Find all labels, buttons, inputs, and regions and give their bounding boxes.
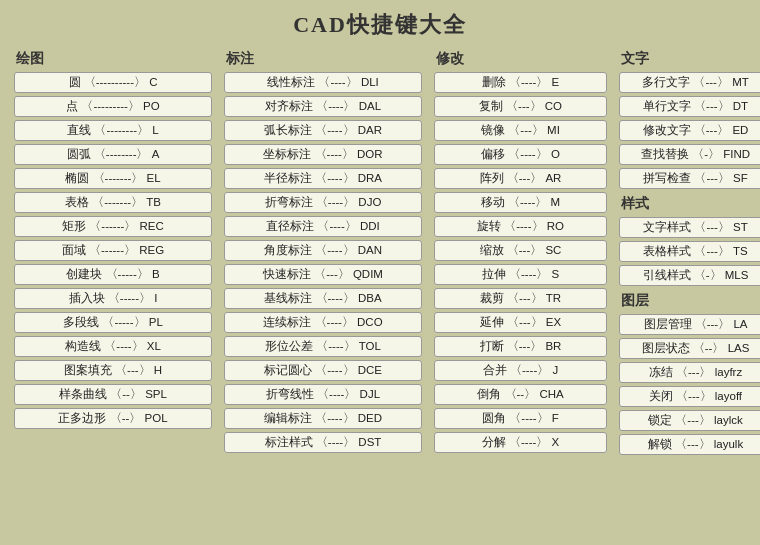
item-modify-13[interactable]: 倒角 〈--〉 CHA [434, 384, 607, 405]
item-annotation-11[interactable]: 形位公差 〈----〉 TOL [224, 336, 422, 357]
item-annotation-4[interactable]: 半径标注 〈----〉 DRA [224, 168, 422, 189]
item-modify-10[interactable]: 延伸 〈---〉 EX [434, 312, 607, 333]
item-drawing-9[interactable]: 插入块 〈-----〉 I [14, 288, 212, 309]
item-layer-5[interactable]: 解锁 〈---〉 layulk [619, 434, 760, 455]
item-annotation-13[interactable]: 折弯线性 〈----〉 DJL [224, 384, 422, 405]
item-text-2[interactable]: 修改文字 〈---〉 ED [619, 120, 760, 141]
item-style-2[interactable]: 引线样式 〈-〉 MLS [619, 265, 760, 286]
items-annotation: 线性标注 〈----〉 DLI对齐标注 〈----〉 DAL弧长标注 〈----… [224, 72, 422, 453]
items-drawing: 圆 〈----------〉 C点 〈---------〉 PO直线 〈----… [14, 72, 212, 429]
section-modify: 修改 删除 〈----〉 E复制 〈---〉 CO镜像 〈---〉 MI偏移 〈… [428, 46, 613, 462]
item-annotation-2[interactable]: 弧长标注 〈----〉 DAR [224, 120, 422, 141]
item-modify-6[interactable]: 旋转 〈----〉 RO [434, 216, 607, 237]
item-drawing-4[interactable]: 椭圆 〈-------〉 EL [14, 168, 212, 189]
items-text: 多行文字 〈---〉 MT单行文字 〈---〉 DT修改文字 〈---〉 ED查… [619, 72, 760, 189]
item-modify-3[interactable]: 偏移 〈----〉 O [434, 144, 607, 165]
item-modify-7[interactable]: 缩放 〈---〉 SC [434, 240, 607, 261]
section-right: 文字 多行文字 〈---〉 MT单行文字 〈---〉 DT修改文字 〈---〉 … [613, 46, 760, 462]
item-modify-0[interactable]: 删除 〈----〉 E [434, 72, 607, 93]
item-drawing-2[interactable]: 直线 〈--------〉 L [14, 120, 212, 141]
page-title: CAD快捷键大全 [0, 0, 760, 46]
item-modify-15[interactable]: 分解 〈----〉 X [434, 432, 607, 453]
item-modify-14[interactable]: 圆角 〈----〉 F [434, 408, 607, 429]
item-drawing-7[interactable]: 面域 〈------〉 REG [14, 240, 212, 261]
section-title-style: 样式 [619, 195, 760, 213]
item-annotation-0[interactable]: 线性标注 〈----〉 DLI [224, 72, 422, 93]
items-style: 文字样式 〈---〉 ST表格样式 〈---〉 TS引线样式 〈-〉 MLS [619, 217, 760, 286]
section-title-drawing: 绘图 [14, 50, 212, 68]
item-annotation-7[interactable]: 角度标注 〈----〉 DAN [224, 240, 422, 261]
item-layer-3[interactable]: 关闭 〈---〉 layoff [619, 386, 760, 407]
item-drawing-14[interactable]: 正多边形 〈--〉 POL [14, 408, 212, 429]
item-layer-1[interactable]: 图层状态 〈--〉 LAS [619, 338, 760, 359]
items-layer: 图层管理 〈---〉 LA图层状态 〈--〉 LAS冻结 〈---〉 layfr… [619, 314, 760, 455]
item-drawing-12[interactable]: 图案填充 〈---〉 H [14, 360, 212, 381]
section-title-text: 文字 [619, 50, 760, 68]
item-modify-1[interactable]: 复制 〈---〉 CO [434, 96, 607, 117]
item-modify-8[interactable]: 拉伸 〈----〉 S [434, 264, 607, 285]
item-drawing-8[interactable]: 创建块 〈-----〉 B [14, 264, 212, 285]
item-drawing-11[interactable]: 构造线 〈----〉 XL [14, 336, 212, 357]
item-drawing-6[interactable]: 矩形 〈------〉 REC [14, 216, 212, 237]
item-text-1[interactable]: 单行文字 〈---〉 DT [619, 96, 760, 117]
section-title-layer: 图层 [619, 292, 760, 310]
item-annotation-10[interactable]: 连续标注 〈----〉 DCO [224, 312, 422, 333]
item-annotation-5[interactable]: 折弯标注 〈----〉 DJO [224, 192, 422, 213]
item-annotation-15[interactable]: 标注样式 〈----〉 DST [224, 432, 422, 453]
item-style-1[interactable]: 表格样式 〈---〉 TS [619, 241, 760, 262]
item-text-4[interactable]: 拼写检查 〈---〉 SF [619, 168, 760, 189]
item-annotation-8[interactable]: 快速标注 〈---〉 QDIM [224, 264, 422, 285]
item-annotation-3[interactable]: 坐标标注 〈----〉 DOR [224, 144, 422, 165]
item-drawing-5[interactable]: 表格 〈-------〉 TB [14, 192, 212, 213]
items-modify: 删除 〈----〉 E复制 〈---〉 CO镜像 〈---〉 MI偏移 〈---… [434, 72, 607, 453]
item-modify-2[interactable]: 镜像 〈---〉 MI [434, 120, 607, 141]
item-annotation-14[interactable]: 编辑标注 〈----〉 DED [224, 408, 422, 429]
item-annotation-9[interactable]: 基线标注 〈----〉 DBA [224, 288, 422, 309]
section-title-modify: 修改 [434, 50, 607, 68]
item-text-3[interactable]: 查找替换 〈-〉 FIND [619, 144, 760, 165]
item-modify-5[interactable]: 移动 〈----〉 M [434, 192, 607, 213]
item-layer-0[interactable]: 图层管理 〈---〉 LA [619, 314, 760, 335]
item-text-0[interactable]: 多行文字 〈---〉 MT [619, 72, 760, 93]
item-modify-12[interactable]: 合并 〈----〉 J [434, 360, 607, 381]
item-drawing-0[interactable]: 圆 〈----------〉 C [14, 72, 212, 93]
item-modify-4[interactable]: 阵列 〈---〉 AR [434, 168, 607, 189]
section-annotation: 标注 线性标注 〈----〉 DLI对齐标注 〈----〉 DAL弧长标注 〈-… [218, 46, 428, 462]
item-annotation-1[interactable]: 对齐标注 〈----〉 DAL [224, 96, 422, 117]
item-layer-2[interactable]: 冻结 〈---〉 layfrz [619, 362, 760, 383]
item-layer-4[interactable]: 锁定 〈---〉 laylck [619, 410, 760, 431]
item-drawing-1[interactable]: 点 〈---------〉 PO [14, 96, 212, 117]
item-drawing-3[interactable]: 圆弧 〈--------〉 A [14, 144, 212, 165]
item-annotation-6[interactable]: 直径标注 〈----〉 DDI [224, 216, 422, 237]
item-modify-11[interactable]: 打断 〈---〉 BR [434, 336, 607, 357]
section-title-annotation: 标注 [224, 50, 422, 68]
item-annotation-12[interactable]: 标记圆心 〈----〉 DCE [224, 360, 422, 381]
item-drawing-10[interactable]: 多段线 〈-----〉 PL [14, 312, 212, 333]
section-drawing: 绘图 圆 〈----------〉 C点 〈---------〉 PO直线 〈-… [8, 46, 218, 462]
item-drawing-13[interactable]: 样条曲线 〈--〉 SPL [14, 384, 212, 405]
item-modify-9[interactable]: 裁剪 〈---〉 TR [434, 288, 607, 309]
main-grid: 绘图 圆 〈----------〉 C点 〈---------〉 PO直线 〈-… [0, 46, 760, 462]
item-style-0[interactable]: 文字样式 〈---〉 ST [619, 217, 760, 238]
